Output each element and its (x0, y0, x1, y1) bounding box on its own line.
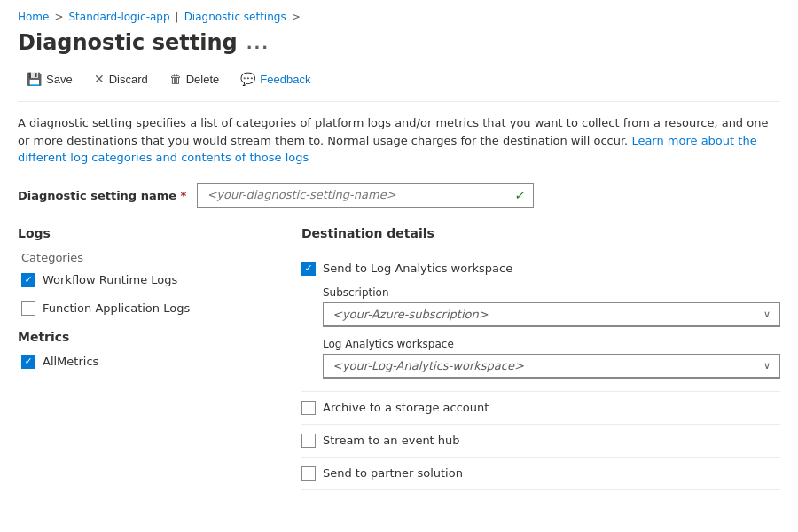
partner-solution-option: Send to partner solution (301, 458, 780, 490)
left-panel: Logs Categories Workflow Runtime Logs Fu… (18, 226, 266, 490)
discard-button[interactable]: ✕ Discard (85, 67, 157, 90)
log-analytics-workspace-field: Log Analytics workspace <your-Log-Analyt… (301, 338, 780, 379)
subscription-dropdown[interactable]: <your-Azure-subscription> ∨ (323, 302, 780, 327)
input-check-icon: ✓ (514, 188, 525, 202)
delete-button[interactable]: 🗑 Delete (160, 67, 229, 90)
delete-icon: 🗑 (169, 72, 182, 86)
save-button[interactable]: 💾 Save (18, 67, 82, 90)
subscription-dropdown-arrow: ∨ (763, 309, 771, 320)
feedback-icon: 💬 (240, 72, 255, 86)
setting-name-input-wrapper[interactable]: ✓ (197, 183, 534, 208)
log-analytics-option: Send to Log Analytics workspace Subscrip… (301, 253, 780, 392)
subscription-value: <your-Azure-subscription> (332, 308, 489, 321)
destination-section-title: Destination details (301, 226, 780, 240)
event-hub-option: Stream to an event hub (301, 425, 780, 458)
feedback-button[interactable]: 💬 Feedback (231, 67, 319, 90)
workflow-runtime-logs-checkbox[interactable] (21, 273, 35, 287)
allmetrics-item[interactable]: AllMetrics (18, 355, 266, 369)
setting-name-label: Diagnostic setting name * (18, 189, 186, 202)
function-application-logs-checkbox[interactable] (21, 301, 35, 316)
setting-name-input[interactable] (207, 188, 490, 201)
breadcrumb-home[interactable]: Home (18, 11, 49, 23)
page-title: Diagnostic setting (18, 30, 238, 55)
categories-label: Categories (18, 251, 266, 264)
event-hub-header[interactable]: Stream to an event hub (301, 434, 780, 448)
partner-solution-label: Send to partner solution (323, 466, 463, 480)
breadcrumb-settings[interactable]: Diagnostic settings (184, 11, 286, 23)
allmetrics-checkbox[interactable] (21, 355, 35, 369)
metrics-section: Metrics AllMetrics (18, 330, 266, 369)
workflow-runtime-logs-label: Workflow Runtime Logs (43, 273, 177, 286)
log-analytics-workspace-label: Log Analytics workspace (323, 338, 780, 350)
description: A diagnostic setting specifies a list of… (18, 114, 780, 167)
partner-solution-header[interactable]: Send to partner solution (301, 466, 780, 481)
logs-section-title: Logs (18, 226, 266, 240)
storage-account-option: Archive to a storage account (301, 392, 780, 425)
subscription-label: Subscription (323, 286, 780, 299)
metrics-section-title: Metrics (18, 330, 266, 344)
right-panel: Destination details Send to Log Analytic… (301, 226, 780, 490)
function-application-logs-item[interactable]: Function Application Logs (18, 301, 266, 316)
storage-account-header[interactable]: Archive to a storage account (301, 401, 780, 415)
subscription-field: Subscription <your-Azure-subscription> ∨ (301, 286, 780, 327)
page-title-ellipsis: ... (246, 34, 270, 52)
toolbar: 💾 Save ✕ Discard 🗑 Delete 💬 Feedback (18, 67, 780, 102)
log-analytics-workspace-value: <your-Log-Analytics-workspace> (332, 359, 524, 372)
breadcrumb-app[interactable]: Standard-logic-app (69, 11, 170, 23)
main-layout: Logs Categories Workflow Runtime Logs Fu… (18, 226, 780, 490)
breadcrumb: Home > Standard-logic-app | Diagnostic s… (18, 11, 780, 23)
discard-icon: ✕ (94, 72, 105, 86)
setting-name-field: Diagnostic setting name * ✓ (18, 183, 780, 208)
function-application-logs-label: Function Application Logs (43, 301, 190, 315)
workflow-runtime-logs-item[interactable]: Workflow Runtime Logs (18, 273, 266, 287)
save-icon: 💾 (27, 72, 42, 86)
log-analytics-header[interactable]: Send to Log Analytics workspace (301, 262, 780, 276)
allmetrics-label: AllMetrics (43, 355, 98, 368)
log-analytics-workspace-dropdown-arrow: ∨ (763, 360, 771, 372)
log-analytics-checkbox[interactable] (301, 262, 316, 276)
event-hub-label: Stream to an event hub (323, 434, 460, 447)
storage-account-label: Archive to a storage account (323, 401, 489, 414)
storage-account-checkbox[interactable] (301, 401, 316, 415)
log-analytics-workspace-dropdown[interactable]: <your-Log-Analytics-workspace> ∨ (323, 354, 780, 379)
event-hub-checkbox[interactable] (301, 434, 316, 448)
log-analytics-label: Send to Log Analytics workspace (323, 262, 512, 275)
partner-solution-checkbox[interactable] (301, 466, 316, 481)
